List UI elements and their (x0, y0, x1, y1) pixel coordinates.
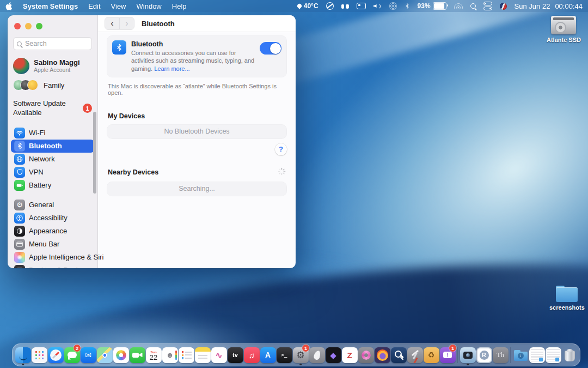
nav-history-control: ‹ › (105, 17, 134, 30)
software-update-label: Software Update Available (13, 99, 72, 118)
siri-icon (14, 252, 25, 263)
sidebar-item-desktop-dock[interactable]: Desktop & Dock (11, 264, 94, 268)
dock-minimized-window-2[interactable] (545, 344, 561, 366)
page-title: Bluetooth (142, 20, 175, 28)
dock-mail[interactable]: ✉ (80, 344, 96, 366)
wifi-menu-item[interactable] (454, 0, 463, 12)
dock-apple-tv[interactable]: tv (227, 344, 243, 366)
dock-messages[interactable]: 2 (64, 344, 80, 366)
close-button[interactable] (14, 23, 21, 29)
dock-terminal[interactable]: >_ (276, 344, 292, 366)
dock-pickaxe-utility[interactable] (407, 344, 423, 366)
sidebar-item-bluetooth[interactable]: Bluetooth (11, 140, 94, 153)
dock-calendar[interactable]: Sun22 (145, 344, 162, 366)
mail-icon: ✉ (81, 347, 96, 363)
dock-passwords[interactable] (390, 344, 407, 366)
dock-chat-app[interactable]: !1 (439, 344, 456, 366)
sidebar-item-vpn[interactable]: VPN (11, 166, 94, 179)
menu-view[interactable]: View (111, 2, 126, 10)
sidebar-item-menu-bar[interactable]: Menu Bar (11, 238, 94, 251)
spotlight-menu-item[interactable] (470, 0, 476, 12)
dock-freeform[interactable]: ∿ (211, 344, 227, 366)
dock-divider (510, 347, 511, 363)
menu-app-name[interactable]: System Settings (23, 2, 78, 10)
battery-icon (433, 2, 446, 10)
sidebar-item-appearance[interactable]: Appearance (11, 225, 94, 238)
battery-icon (14, 180, 25, 191)
search-input[interactable] (24, 39, 88, 48)
dock-camera-utility[interactable] (460, 344, 476, 366)
menu-clock[interactable]: Sun Jun 2200:00:44 (514, 2, 583, 10)
apple-account-row[interactable]: Sabino Maggi Apple Account (13, 57, 92, 75)
eject-menu-item[interactable] (326, 0, 334, 12)
desktop-folder-screenshots[interactable]: screenshots (549, 286, 585, 311)
dock-music[interactable]: ♫ (243, 344, 260, 366)
settings-sidebar: Sabino Maggi Apple Account Family Softwa… (8, 15, 98, 268)
dock-maps[interactable] (96, 344, 113, 366)
desktop-volume-atlante-ssd[interactable]: Atlante SSD (547, 16, 581, 43)
sidebar-item-apple-intelligence-siri[interactable]: Apple Intelligence & Siri (11, 251, 94, 264)
dock-trash[interactable] (561, 344, 578, 366)
apple-menu-icon[interactable] (5, 2, 13, 10)
zoom-button[interactable] (36, 23, 42, 29)
dock-donut-app[interactable] (358, 344, 374, 366)
dock-finder[interactable] (15, 344, 31, 366)
r-app-icon: R (476, 347, 492, 363)
airplay-menu-item[interactable] (389, 0, 397, 12)
input-source-menu-item[interactable] (500, 0, 507, 12)
dock-launchpad[interactable] (31, 344, 47, 366)
dock-system-settings[interactable]: ⚙1 (292, 344, 309, 366)
traffic-lights (14, 23, 42, 29)
dock-app-store[interactable]: A (260, 344, 276, 366)
control-center-menu-item[interactable] (483, 0, 492, 12)
help-button[interactable]: ? (275, 143, 287, 155)
dock-reminders[interactable] (178, 344, 194, 366)
widget-menu-item[interactable] (357, 0, 366, 12)
dock-texshop[interactable]: Th (492, 344, 509, 366)
battery-menu-item[interactable]: 93% (418, 0, 446, 12)
dock-zotero[interactable]: Z (341, 344, 358, 366)
volume-menu-item[interactable] (373, 0, 382, 12)
unarchiver-icon: ♻ (424, 347, 439, 363)
sidebar-search[interactable] (13, 37, 92, 50)
dock-facetime[interactable] (129, 344, 145, 366)
dock-firefox[interactable] (374, 344, 390, 366)
binoculars-menu-item[interactable] (341, 0, 349, 12)
sidebar-item-accessibility[interactable]: Accessibility (11, 212, 94, 225)
shield-icon (14, 167, 25, 178)
dock-photos[interactable] (113, 344, 129, 366)
apple-tv-icon: tv (228, 347, 243, 363)
dock-gray-utility[interactable] (309, 344, 325, 366)
family-row[interactable]: Family (13, 80, 92, 91)
sidebar-item-battery[interactable]: Battery (11, 179, 94, 192)
forward-button[interactable]: › (119, 18, 134, 29)
sidebar-item-general[interactable]: ⚙ General (11, 198, 94, 212)
dock-obsidian[interactable]: ◆ (325, 344, 341, 366)
software-update-row[interactable]: Software Update Available 1 (13, 98, 92, 119)
dock-unarchiver[interactable]: ♻ (423, 344, 439, 366)
dock-notes[interactable] (194, 344, 211, 366)
dock-downloads[interactable]: ↓ (512, 344, 529, 366)
minimize-button[interactable] (25, 23, 32, 29)
bluetooth-toggle[interactable] (260, 42, 281, 55)
back-button[interactable]: ‹ (105, 18, 119, 29)
content-header: ‹ › Bluetooth (98, 15, 296, 32)
menu-help[interactable]: Help (172, 2, 187, 10)
sidebar-item-network[interactable]: Network (11, 153, 94, 166)
sidebar-item-wifi[interactable]: Wi-Fi (11, 126, 94, 140)
trash-icon (562, 347, 578, 363)
menu-window[interactable]: Window (137, 2, 162, 10)
learn-more-link[interactable]: Learn more... (154, 65, 189, 72)
dock-minimized-window-1[interactable] (529, 344, 545, 366)
temperature-status[interactable]: 40°C (297, 0, 318, 12)
menu-edit[interactable]: Edit (88, 2, 100, 10)
dock-safari[interactable] (47, 344, 64, 366)
dock-contacts[interactable]: ☻ (162, 344, 178, 366)
dock-r-project[interactable]: R (476, 344, 492, 366)
nearby-devices-status-card: Searching... (107, 182, 287, 196)
texshop-icon: Th (493, 347, 509, 363)
folder-label: screenshots (549, 304, 585, 311)
sidebar-scrollbar[interactable] (93, 112, 96, 194)
appearance-icon (14, 226, 25, 237)
bluetooth-menu-item[interactable] (405, 0, 410, 12)
